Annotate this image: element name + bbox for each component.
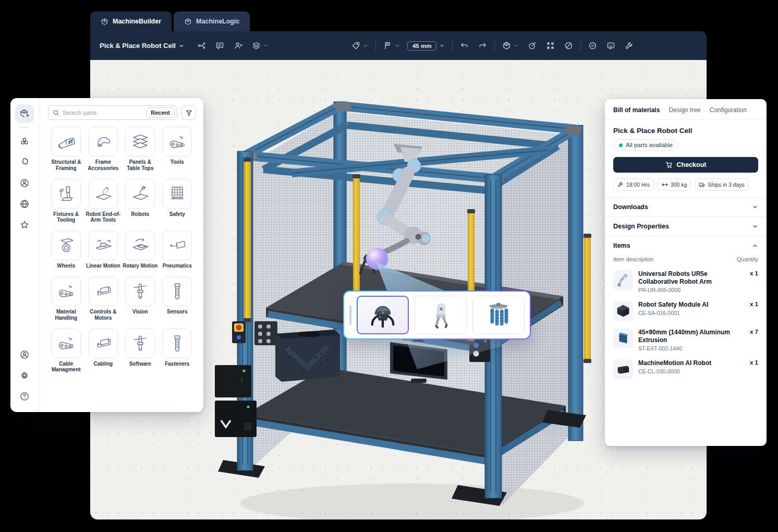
category-tile[interactable] — [162, 231, 192, 260]
dimension-tool[interactable] — [383, 41, 400, 50]
search-parts-field[interactable]: Recent — [48, 105, 177, 120]
availability-badge: All parts available — [613, 139, 678, 151]
tab-bill-of-materials[interactable]: Bill of materials — [613, 106, 660, 114]
category-tile[interactable] — [88, 329, 118, 358]
sidebar-item-integrations[interactable] — [15, 153, 34, 172]
category-tile[interactable] — [51, 127, 81, 156]
category-vision: Vision — [122, 276, 158, 321]
tab-machinelogic[interactable]: MachineLogic — [174, 11, 250, 31]
sidebar-item-help[interactable] — [15, 387, 34, 406]
sidebar-item-profile[interactable] — [15, 174, 34, 192]
sidebar-item-settings[interactable] — [15, 366, 34, 385]
category-tile[interactable] — [51, 231, 81, 260]
chevron-up-icon — [752, 243, 758, 249]
sensors-icon — [167, 281, 188, 301]
eoat-option-three-finger-gripper[interactable] — [357, 296, 409, 334]
label-tool[interactable] — [351, 41, 368, 50]
category-tile[interactable] — [51, 329, 81, 358]
chevron-down-icon — [752, 204, 758, 210]
undo-icon[interactable] — [460, 41, 469, 50]
category-tile[interactable] — [88, 127, 118, 156]
category-tile[interactable] — [51, 179, 81, 209]
search-input[interactable] — [59, 110, 146, 116]
category-tile[interactable] — [162, 127, 192, 156]
bom-item-ur5e[interactable]: Universal Robots UR5e Collaborative Robo… — [613, 270, 758, 293]
category-tile[interactable] — [125, 276, 155, 306]
link-icon[interactable] — [564, 41, 573, 50]
category-tile[interactable] — [162, 179, 192, 209]
bom-accordion: Downloads Design Properties Items — [605, 197, 767, 255]
category-tile[interactable] — [51, 276, 81, 306]
category-fixtures-tooling: Fixtures & Tooling — [48, 179, 84, 224]
sidebar-item-account[interactable] — [15, 345, 34, 364]
category-software: Software — [122, 329, 158, 373]
stat-chips: 18:00 Hrs 300 kg Ships in 3 days — [613, 178, 758, 191]
sidebar-item-favorites[interactable] — [15, 215, 34, 234]
section-design-properties[interactable]: Design Properties — [605, 216, 767, 236]
checkout-button[interactable]: Checkout — [613, 157, 758, 173]
category-tile[interactable] — [162, 329, 192, 358]
category-frame-accessories: Frame Accessories — [85, 127, 121, 172]
category-tools: Tools — [159, 127, 195, 172]
chevron-down-icon — [178, 43, 185, 49]
tools-icon — [167, 131, 188, 152]
toolbar-divider — [452, 40, 453, 52]
gear-icon — [19, 370, 30, 381]
category-tile[interactable] — [88, 276, 118, 306]
eoat-option-two-finger-gripper[interactable] — [415, 296, 467, 334]
frame-accessories-icon — [93, 131, 114, 152]
robots-icon — [130, 183, 151, 204]
safety-icon — [167, 183, 188, 204]
category-tile[interactable] — [125, 127, 155, 156]
comment-icon[interactable] — [215, 41, 224, 50]
item-thumbnail — [613, 301, 633, 321]
category-tile[interactable] — [88, 179, 118, 209]
tab-configuration[interactable]: Configuration — [710, 106, 747, 114]
add-user-icon[interactable] — [234, 41, 242, 50]
cube-logo-icon — [184, 18, 192, 26]
feedback-icon[interactable] — [606, 41, 615, 50]
section-items[interactable]: Items — [605, 236, 767, 255]
popup-drag-handle[interactable] — [349, 305, 351, 325]
category-tile[interactable] — [88, 231, 118, 260]
estop-button — [232, 321, 246, 343]
sidebar-item-assemblies[interactable] — [15, 132, 34, 151]
fit-view-icon[interactable] — [546, 41, 555, 50]
bom-item-machinemotion[interactable]: MachineMotion AI Robot CE-CL-030-0000 x … — [613, 359, 758, 379]
tab-machinebuilder[interactable]: MachineBuilder — [90, 11, 172, 31]
weight-label: 300 kg — [671, 182, 687, 188]
design-check-icon[interactable] — [588, 41, 597, 50]
bom-item-safety-module[interactable]: Robot Safety Module AI CE-SA-016-0001 x … — [613, 301, 758, 321]
bill-of-materials-panel: Bill of materials Design tree Configurat… — [605, 99, 767, 446]
section-downloads[interactable]: Downloads — [605, 197, 767, 216]
perforated-bin — [275, 330, 340, 382]
redo-icon[interactable] — [478, 41, 487, 50]
category-tile[interactable] — [125, 231, 155, 260]
material-handling-icon — [56, 281, 77, 301]
filter-button[interactable] — [181, 105, 196, 120]
layers-icon — [252, 41, 261, 50]
category-pneumatics: Pneumatics — [159, 231, 195, 269]
sidebar-item-add-part[interactable] — [15, 104, 34, 123]
truck-icon — [699, 182, 705, 188]
sidebar-item-community[interactable] — [15, 195, 34, 213]
orbit-gauge-icon[interactable] — [528, 41, 537, 50]
category-tile[interactable] — [125, 179, 155, 209]
eoat-option-suction-cup-gripper[interactable] — [472, 296, 525, 334]
collab-tools-group — [197, 41, 268, 50]
grid-size-selector[interactable]: 45 mm — [407, 41, 445, 51]
project-name-menu[interactable]: Pick & Place Robot Cell — [100, 42, 185, 50]
recent-button[interactable]: Recent — [146, 107, 175, 118]
maintenance-wrench-icon[interactable] — [625, 41, 634, 50]
item-thumbnail — [613, 270, 633, 290]
version-branch-icon[interactable] — [197, 41, 206, 50]
bom-item-extrusion[interactable]: 45×90mm (1440mm) Aluminum Extrusion ST-E… — [613, 329, 758, 352]
view-cube-menu[interactable] — [502, 41, 518, 50]
tab-design-tree[interactable]: Design tree — [668, 106, 700, 114]
rail-divider — [20, 127, 29, 128]
help-circle-icon — [19, 391, 30, 402]
category-tile[interactable] — [125, 329, 155, 358]
category-tile[interactable] — [162, 276, 192, 306]
cube-plus-icon — [19, 108, 30, 119]
layers-menu[interactable] — [252, 41, 268, 50]
